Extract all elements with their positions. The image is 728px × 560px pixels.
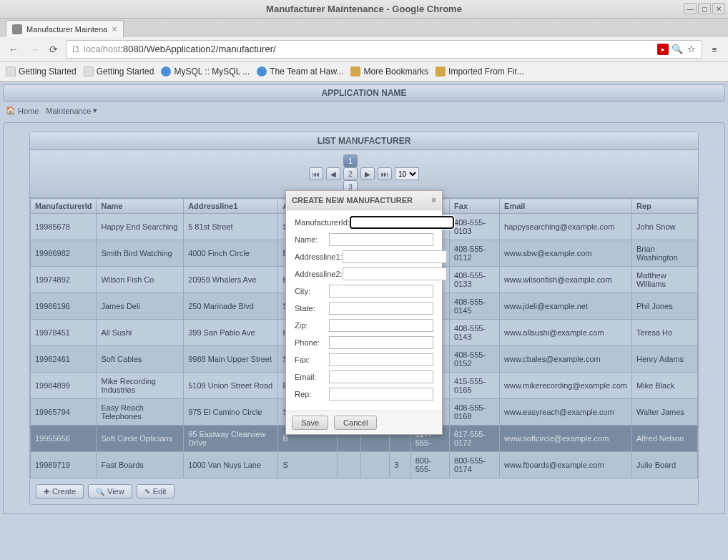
bookmark-item[interactable]: MySQL :: MySQL ... — [161, 67, 250, 77]
table-cell: 408-555-0143 — [450, 320, 500, 346]
url-text: localhost:8080/WebApplication2/manufactu… — [84, 44, 654, 54]
back-button[interactable]: ← — [6, 41, 21, 57]
table-cell: 617-555-0172 — [450, 426, 500, 452]
manufacturerid-field[interactable] — [350, 216, 454, 229]
table-cell: Happy End Searching — [97, 214, 184, 240]
breadcrumb-maintenance[interactable]: Maintenance ▾ — [46, 106, 97, 115]
page-size-select[interactable]: 10 — [395, 167, 419, 180]
bookmark-label: MySQL :: MySQL ... — [174, 67, 250, 77]
table-cell: 19965794 — [31, 399, 97, 426]
table-cell: Walter James — [632, 399, 698, 426]
table-cell: www.softcircle@example.com — [500, 426, 632, 452]
name-field[interactable] — [329, 233, 433, 246]
state-field[interactable] — [329, 302, 433, 315]
bookmark-label: The Team at Haw... — [270, 67, 343, 77]
page-number-button[interactable]: 1 — [343, 154, 358, 167]
table-cell: 19986196 — [31, 293, 97, 320]
page-first-button[interactable]: ⏮ — [309, 167, 323, 180]
page-icon — [84, 67, 94, 77]
dialog-header[interactable]: CREATE NEW MANUFACTURER × — [286, 191, 442, 210]
bookmark-item[interactable]: Imported From Fir... — [436, 67, 523, 77]
column-header[interactable]: Name — [97, 199, 184, 214]
fax-field[interactable] — [329, 353, 433, 366]
table-cell: S — [278, 452, 337, 478]
table-cell: 408-555-0133 — [450, 267, 500, 293]
window-close-button[interactable]: ✕ — [712, 3, 725, 14]
app-header: APPLICATION NAME — [3, 84, 725, 102]
form-label-state: State: — [295, 304, 329, 313]
zip-field[interactable] — [329, 319, 433, 332]
table-cell: Mike Recording Industries — [97, 373, 184, 399]
table-cell: Smith Bird Watching — [97, 240, 184, 267]
table-cell: 4000 Finch Circle — [184, 240, 278, 267]
table-cell: 19978451 — [31, 320, 97, 346]
globe-icon — [257, 67, 267, 77]
window-minimize-button[interactable]: — — [684, 3, 697, 14]
bookmark-item[interactable]: Getting Started — [6, 67, 77, 77]
table-cell: Matthew Williams — [632, 267, 698, 293]
view-button[interactable]: 🔍View — [88, 484, 132, 498]
dialog-body: ManufacturerId:Name:Addressline1:Address… — [286, 210, 442, 411]
breadcrumb-home[interactable]: 🏠 Home — [6, 106, 39, 115]
column-header[interactable]: Addressline1 — [184, 199, 278, 214]
column-header[interactable]: Rep — [632, 199, 698, 214]
zoom-icon[interactable]: 🔍 — [672, 44, 683, 55]
rep-field[interactable] — [329, 388, 433, 401]
create-manufacturer-dialog: CREATE NEW MANUFACTURER × ManufacturerId… — [285, 190, 443, 435]
phone-field[interactable] — [329, 336, 433, 349]
column-header[interactable]: Email — [500, 199, 632, 214]
addressline2-field[interactable] — [343, 267, 447, 280]
forward-button[interactable]: → — [26, 41, 41, 57]
addressline1-field[interactable] — [343, 250, 447, 263]
form-label-email: Email: — [295, 373, 329, 381]
url-bar[interactable]: 🗋 localhost:8080/WebApplication2/manufac… — [66, 40, 702, 59]
table-cell: Henry Adams — [632, 346, 698, 373]
browser-tab-strip: Manufacturer Maintena × — [0, 19, 728, 37]
create-button[interactable]: ✚Create — [36, 484, 84, 498]
browser-tab[interactable]: Manufacturer Maintena × — [6, 20, 124, 37]
table-cell: Brian Washington — [632, 240, 698, 267]
cancel-button[interactable]: Cancel — [334, 416, 377, 430]
table-cell: Soft Circle Opticians — [97, 426, 184, 452]
page-next-button[interactable]: ▶ — [360, 167, 375, 180]
page-number-button[interactable]: 2 — [343, 167, 358, 180]
column-header[interactable]: Fax — [450, 199, 500, 214]
bookmark-label: Imported From Fir... — [448, 67, 523, 77]
table-cell: 408-555-0112 — [450, 240, 500, 267]
folder-icon — [350, 67, 360, 77]
list-title: LIST MANUFACTURER — [30, 132, 698, 150]
edit-button[interactable]: ✎Edit — [137, 484, 174, 498]
bookmark-item[interactable]: Getting Started — [84, 67, 154, 77]
page-prev-button[interactable]: ◀ — [326, 167, 340, 180]
reload-button[interactable]: ⟳ — [46, 41, 62, 57]
dialog-close-icon[interactable]: × — [431, 195, 436, 205]
window-titlebar: Manufacturer Maintenance - Google Chrome… — [0, 0, 728, 19]
save-button[interactable]: Save — [292, 416, 328, 430]
table-row[interactable]: 19989719Fast Boards1000 Van Nuys LaneS38… — [31, 452, 698, 478]
form-label-addressline1: Addressline1: — [295, 252, 343, 261]
email-field[interactable] — [329, 370, 433, 383]
bookmark-item[interactable]: More Bookmarks — [350, 67, 428, 77]
flash-icon[interactable]: ▸ — [657, 44, 669, 55]
browser-nav-bar: ← → ⟳ 🗋 localhost:8080/WebApplication2/m… — [0, 37, 728, 62]
bookmark-item[interactable]: The Team at Haw... — [257, 67, 343, 77]
column-header[interactable]: ManufacturerId — [31, 199, 97, 214]
bookmark-label: Getting Started — [19, 67, 77, 77]
tab-close-icon[interactable]: × — [112, 24, 117, 34]
table-cell: Easy Reach Telephones — [97, 399, 184, 426]
table-cell: 408-555-0103 — [450, 214, 500, 240]
table-cell: Teresa Ho — [632, 320, 698, 346]
breadcrumb: 🏠 Home Maintenance ▾ — [3, 102, 725, 119]
table-cell: www.jdeli@example.net — [500, 293, 632, 320]
table-cell: Julie Board — [632, 452, 698, 478]
table-cell: www.sbw@example.com — [500, 240, 632, 267]
chrome-menu-button[interactable]: ≡ — [707, 41, 722, 57]
bookmark-star-icon[interactable]: ☆ — [686, 44, 697, 55]
table-cell — [337, 452, 361, 478]
table-cell: Wilson Fish Co — [97, 267, 184, 293]
city-field[interactable] — [329, 285, 433, 298]
window-maximize-button[interactable]: ◻ — [698, 3, 711, 14]
page-last-button[interactable]: ⏭ — [378, 167, 392, 180]
table-cell: 800-555- — [410, 452, 449, 478]
favicon-icon — [12, 24, 22, 34]
